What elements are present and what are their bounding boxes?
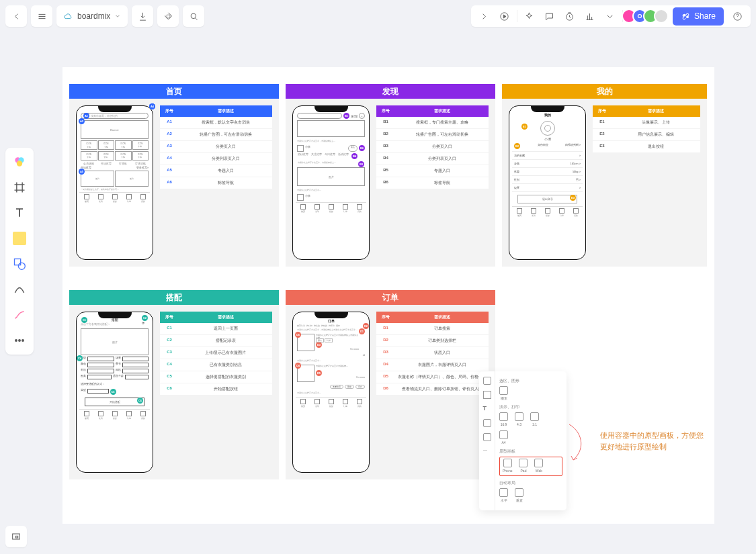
svg-point-8 (17, 160, 22, 166)
req-table-home: 序号需求描述A1搜索框，默认文字点击消失A2轮播广告图，可左右滑动切换A3分类页… (160, 105, 272, 189)
phone-mock-combo[interactable]: C1搭配C2 ⟳ 点击下方各项开始搭配～ 图片 C4类型场景颜色季节材质风格图案… (76, 312, 153, 473)
connector-tool[interactable] (11, 306, 28, 324)
minimap-button[interactable] (5, 526, 27, 547)
help-icon[interactable] (728, 7, 747, 26)
phone-mock-home[interactable]: A1 搜索你喜爱，你想找的 BannerA2 ICON专辑ICON专辑ICON专… (76, 105, 153, 260)
tag-button[interactable] (157, 5, 179, 27)
play-icon[interactable] (495, 7, 514, 26)
svg-point-12 (19, 340, 21, 342)
section-header[interactable]: 搭配 (69, 290, 279, 305)
tools-sidebar (5, 148, 34, 355)
svg-point-13 (22, 340, 24, 342)
svg-point-3 (683, 13, 686, 16)
tabbar: 首页发现搭配订单我的 (79, 192, 150, 203)
back-button[interactable] (5, 5, 27, 27)
share-button[interactable]: Share (673, 7, 724, 26)
logo-icon[interactable] (11, 153, 28, 171)
side-rect-icon[interactable] (483, 377, 491, 385)
side-dots-icon[interactable]: ⋯ (483, 447, 491, 455)
instruction-text: 使用容器中的原型画板，方便您更好地进行原型绘制 (600, 430, 708, 452)
side-text-icon[interactable]: T (483, 405, 491, 413)
side-frame-icon[interactable] (483, 391, 491, 399)
frame-tool[interactable] (11, 179, 28, 196)
timer-icon[interactable] (560, 7, 579, 26)
req-table-mine: 序号需求描述E1头像展示、上传E2用户信息展示、编辑E3退出按钮 (593, 105, 700, 153)
document-name[interactable]: boardmix (56, 5, 128, 27)
comment-icon[interactable] (540, 7, 559, 26)
text-tool[interactable] (11, 204, 28, 222)
magic-icon[interactable] (520, 7, 539, 26)
more-tools[interactable] (11, 332, 28, 349)
chevron-down-icon (114, 13, 121, 19)
search-button[interactable] (183, 5, 204, 27)
section-header[interactable]: 我的 (502, 84, 707, 99)
svg-point-0 (191, 13, 196, 19)
section-header[interactable]: 首页 (69, 84, 279, 99)
sticky-tool[interactable] (11, 230, 28, 247)
svg-point-10 (18, 263, 25, 269)
req-table-discover: 序号需求描述B1搜索框，专门搜索主题、攻略B2轮播广告图，可左右滑动切换B3分类… (376, 105, 489, 189)
side-layers-icon[interactable] (483, 419, 491, 427)
pen-tool[interactable] (11, 281, 28, 298)
menu-button[interactable] (31, 5, 52, 27)
more-icon[interactable] (601, 7, 620, 26)
chart-icon[interactable] (581, 7, 599, 26)
req-table-combo: 序号需求描述C1返回上一页面C2搭配记录表C3上传/显示已有衣服图片C4已有衣服… (160, 312, 272, 396)
import-button[interactable] (132, 5, 153, 27)
collaborator-avatars[interactable]: O (626, 9, 669, 24)
svg-rect-14 (13, 534, 20, 539)
shape-tool[interactable] (11, 255, 28, 273)
svg-rect-9 (15, 259, 21, 265)
search-input: A1 搜索你喜爱，你想找的 (81, 113, 149, 119)
svg-point-11 (15, 340, 17, 342)
side-line-icon[interactable] (483, 433, 491, 441)
phone-mock-order[interactable]: 订单 D2全部订单待付款待发货待收货待评价退款 衣服你要这样穿才会更今，衣服搭来… (292, 312, 370, 473)
cloud-icon (63, 11, 73, 21)
phone-mock-mine[interactable]: 我的 E1 小博 E2身份职业由系统判断 >我的收藏>身高165cm >体重50… (509, 105, 586, 260)
req-table-order: 序号需求描述D1订单搜索D2订单类别选择栏D3状态入口D4衣服图片，衣服详情页入… (376, 312, 489, 396)
svg-point-4 (686, 15, 689, 18)
doc-title: boardmix (77, 11, 110, 21)
section-header[interactable]: 发现 (286, 84, 495, 99)
canvas[interactable]: 首页 A1 搜索你喜爱，你想找的 BannerA2 ICON专辑ICON专辑IC… (62, 67, 714, 524)
svg-rect-15 (15, 536, 17, 538)
expand-icon[interactable] (475, 7, 494, 26)
section-header[interactable]: 订单 (286, 290, 495, 305)
prototype-frames-group[interactable]: PhonePadWeb (499, 457, 562, 476)
phone-mock-discover[interactable]: B1 发现 + 衣服你要这样穿才会更今，衣服搭来搭去… 小李关注B6 热榜推荐关… (292, 105, 370, 260)
frame-presets-panel[interactable]: T ⋯ 选区、图形 图形 演示、打印 16:94:31:1 A4 原型画板 Ph… (479, 371, 566, 510)
